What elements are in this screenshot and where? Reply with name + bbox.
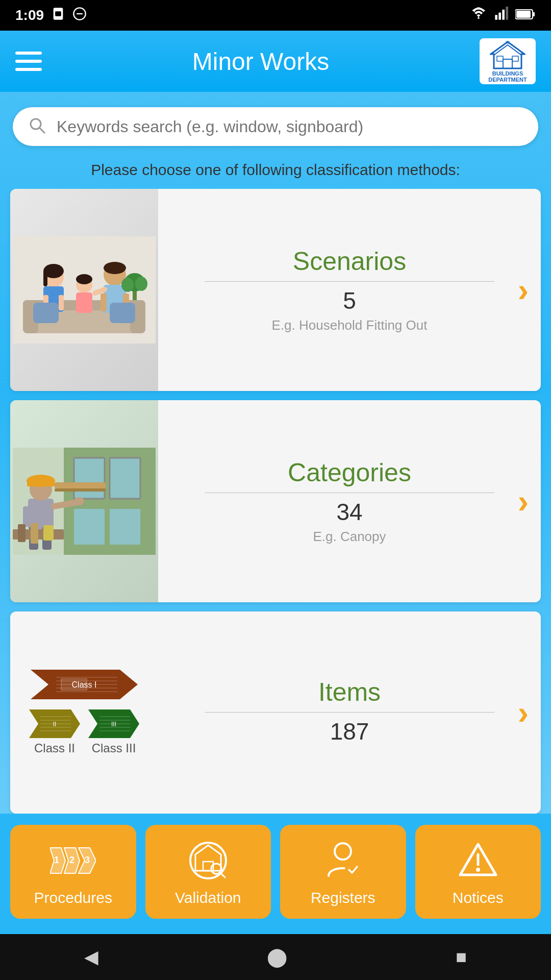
svg-rect-41	[110, 303, 135, 323]
app-header: Minor Works BUILDINGSDEPARTMENT	[0, 31, 551, 92]
recent-button[interactable]: ■	[456, 946, 467, 968]
svg-rect-37	[76, 292, 92, 313]
wifi-icon	[470, 7, 487, 24]
categories-image	[10, 400, 158, 602]
notices-icon	[455, 840, 501, 881]
class-iii-badge: III Class III	[88, 709, 139, 755]
categories-card[interactable]: Categories 34 E.g. Canopy ›	[10, 400, 541, 602]
scenarios-count: 5	[343, 287, 356, 314]
validation-button[interactable]: Validation	[145, 825, 271, 919]
items-count: 187	[330, 718, 369, 745]
svg-point-57	[74, 497, 84, 505]
buildings-department-logo: BUILDINGSDEPARTMENT	[480, 38, 536, 84]
procedures-label: Procedures	[34, 889, 112, 906]
items-card[interactable]: Class I II Class II	[10, 611, 541, 814]
svg-rect-5	[495, 15, 497, 19]
svg-line-101	[220, 872, 225, 877]
instruction-text: Please choose one of following classific…	[0, 156, 551, 189]
signal-icon	[494, 7, 508, 24]
search-icon	[28, 116, 46, 137]
battery-icon	[515, 7, 536, 23]
svg-rect-40	[33, 303, 59, 323]
svg-text:1: 1	[54, 855, 59, 865]
sim-card-icon	[51, 7, 65, 24]
categories-title: Categories	[288, 458, 411, 487]
svg-rect-7	[502, 9, 505, 19]
svg-rect-64	[55, 488, 106, 492]
class-ii-label: Class II	[34, 741, 75, 755]
svg-rect-11	[516, 11, 531, 18]
validation-label: Validation	[175, 889, 241, 906]
svg-rect-50	[74, 509, 105, 545]
do-not-disturb-icon	[72, 7, 87, 24]
svg-rect-48	[74, 458, 105, 499]
categories-subtext: E.g. Canopy	[313, 529, 386, 545]
scenarios-image	[10, 189, 158, 391]
svg-marker-98	[195, 845, 221, 871]
status-bar: 1:09	[0, 0, 551, 31]
home-button[interactable]: ⬤	[267, 946, 287, 968]
svg-rect-14	[503, 59, 512, 68]
svg-rect-63	[55, 482, 106, 488]
registers-button[interactable]: Registers	[280, 825, 406, 919]
svg-text:III: III	[111, 721, 116, 728]
svg-point-38	[76, 274, 92, 284]
notices-label: Notices	[453, 889, 504, 906]
categories-count: 34	[336, 498, 362, 526]
svg-point-103	[345, 862, 361, 878]
svg-text:Class I: Class I	[72, 680, 97, 689]
svg-rect-16	[512, 56, 518, 61]
notices-button[interactable]: Notices	[415, 825, 541, 919]
scenarios-content: Scenarios 5 E.g. Household Fitting Out ›	[158, 189, 541, 391]
svg-point-35	[104, 262, 126, 274]
svg-rect-68	[43, 525, 54, 541]
svg-rect-17	[506, 41, 510, 44]
logo-text: BUILDINGSDEPARTMENT	[488, 70, 527, 83]
svg-rect-15	[497, 56, 503, 61]
search-input[interactable]	[57, 117, 523, 136]
svg-point-45	[135, 277, 147, 291]
svg-point-106	[476, 868, 480, 872]
categories-arrow-icon: ›	[518, 482, 529, 520]
svg-rect-28	[59, 295, 64, 310]
status-time: 1:09	[15, 7, 44, 23]
svg-text:II: II	[53, 721, 57, 728]
search-section	[0, 92, 551, 156]
menu-button[interactable]	[15, 52, 42, 71]
registers-label: Registers	[311, 889, 375, 906]
svg-rect-10	[533, 12, 535, 16]
svg-point-102	[335, 843, 351, 860]
class-ii-iii-row: II Class II III Class III	[29, 709, 139, 755]
svg-line-19	[39, 128, 44, 133]
scenarios-arrow-icon: ›	[518, 271, 529, 309]
back-button[interactable]: ◀	[84, 946, 98, 968]
android-navigation: ◀ ⬤ ■	[0, 934, 551, 980]
svg-rect-66	[18, 524, 26, 542]
svg-text:2: 2	[69, 855, 74, 865]
class-iii-label: Class III	[92, 741, 136, 755]
search-container[interactable]	[13, 107, 538, 146]
procedures-icon: 1 2 3	[50, 840, 96, 881]
svg-rect-67	[31, 523, 38, 544]
scenarios-card[interactable]: Scenarios 5 E.g. Household Fitting Out ›	[10, 189, 541, 391]
svg-text:3: 3	[85, 855, 90, 865]
procedures-button[interactable]: 1 2 3 Procedures	[10, 825, 136, 919]
items-arrow-icon: ›	[518, 694, 529, 731]
items-image: Class I II Class II	[10, 611, 158, 814]
validation-icon	[185, 840, 231, 881]
bottom-navigation: 1 2 3 Procedures Validation	[0, 814, 551, 934]
svg-rect-51	[110, 509, 140, 545]
class-i-badge: Class I	[31, 670, 138, 699]
svg-rect-30	[43, 271, 47, 286]
items-title: Items	[318, 677, 381, 707]
svg-rect-60	[27, 479, 55, 486]
app-title: Minor Works	[192, 47, 329, 76]
categories-content: Categories 34 E.g. Canopy ›	[158, 400, 541, 602]
scenarios-title: Scenarios	[293, 247, 406, 276]
svg-rect-6	[498, 12, 501, 19]
scenarios-subtext: E.g. Household Fitting Out	[272, 317, 428, 333]
svg-marker-12	[491, 42, 524, 68]
svg-point-44	[121, 278, 134, 292]
class-ii-badge: II Class II	[29, 709, 80, 755]
items-content: Items 187 ›	[158, 611, 541, 814]
